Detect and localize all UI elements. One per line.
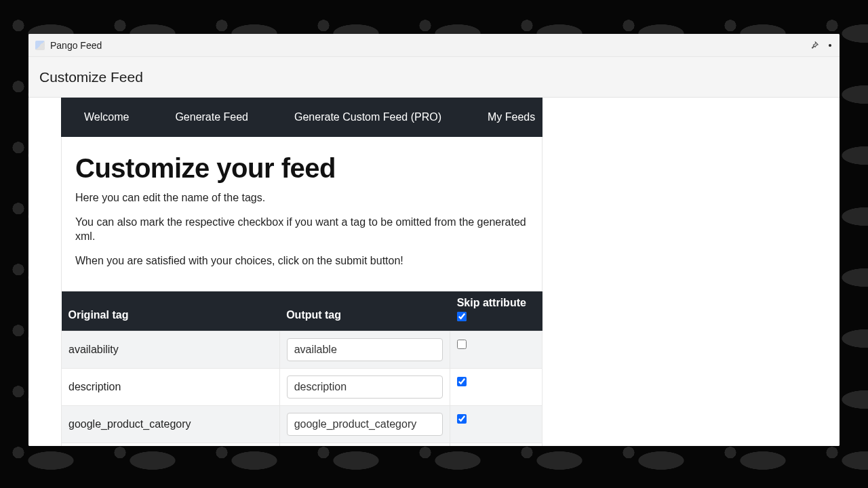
card-paragraph-2: You can also mark the respective checkbo… <box>75 215 528 244</box>
title-bar: Pango Feed <box>28 34 840 57</box>
tab-generate-feed[interactable]: Generate Feed <box>152 98 271 137</box>
cell-original-tag: description <box>62 369 280 406</box>
cell-original-tag: variant_id <box>62 443 280 446</box>
cell-skip <box>450 443 542 446</box>
app-title: Pango Feed <box>50 40 102 51</box>
skip-checkbox[interactable] <box>457 414 467 424</box>
page-title: Customize Feed <box>39 69 143 85</box>
cell-output-tag <box>279 369 450 406</box>
skip-checkbox[interactable] <box>457 377 467 386</box>
th-skip-label: Skip attribute <box>457 297 526 309</box>
skip-all-checkbox[interactable] <box>457 312 467 321</box>
page-header: Customize Feed <box>28 57 840 98</box>
table-row: availability <box>62 331 542 369</box>
skip-checkbox[interactable] <box>457 340 467 349</box>
th-output: Output tag <box>279 291 450 331</box>
content-area: Welcome Generate Feed Generate Custom Fe… <box>28 98 840 446</box>
tab-bar: Welcome Generate Feed Generate Custom Fe… <box>61 98 542 137</box>
output-tag-input[interactable] <box>287 375 443 399</box>
output-tag-input[interactable] <box>287 413 443 436</box>
cell-output-tag <box>279 443 450 446</box>
table-row: google_product_category <box>62 406 542 443</box>
table-header-row: Original tag Output tag Skip attribute <box>62 291 542 331</box>
card-heading: Customize your feed <box>75 153 528 184</box>
app-window: Pango Feed Customize Feed Welcome Genera… <box>28 34 840 446</box>
pin-icon[interactable] <box>810 41 819 50</box>
tab-my-feeds[interactable]: My Feeds <box>465 98 558 137</box>
cell-original-tag: google_product_category <box>62 406 280 443</box>
tab-generate-custom[interactable]: Generate Custom Feed (PRO) <box>271 98 465 137</box>
th-skip: Skip attribute <box>450 291 542 331</box>
card-paragraph-1: Here you can edit the name of the tags. <box>75 190 528 205</box>
cell-original-tag: availability <box>62 331 280 369</box>
cell-skip <box>450 406 542 443</box>
card-paragraph-3: When you are satisfied with your choices… <box>75 253 528 268</box>
intro-card: Customize your feed Here you can edit th… <box>61 137 542 291</box>
cell-skip <box>450 331 542 369</box>
table-row: description <box>62 369 542 406</box>
cell-skip <box>450 369 542 406</box>
output-tag-input[interactable] <box>287 338 443 361</box>
cell-output-tag <box>279 331 450 369</box>
th-original: Original tag <box>62 291 280 331</box>
app-icon <box>35 41 45 50</box>
table-row: variant_id <box>62 443 542 446</box>
tab-welcome[interactable]: Welcome <box>61 98 152 137</box>
tags-table: Original tag Output tag Skip attribute a… <box>61 291 542 446</box>
cell-output-tag <box>279 406 450 443</box>
overflow-dot-icon[interactable] <box>829 44 831 47</box>
